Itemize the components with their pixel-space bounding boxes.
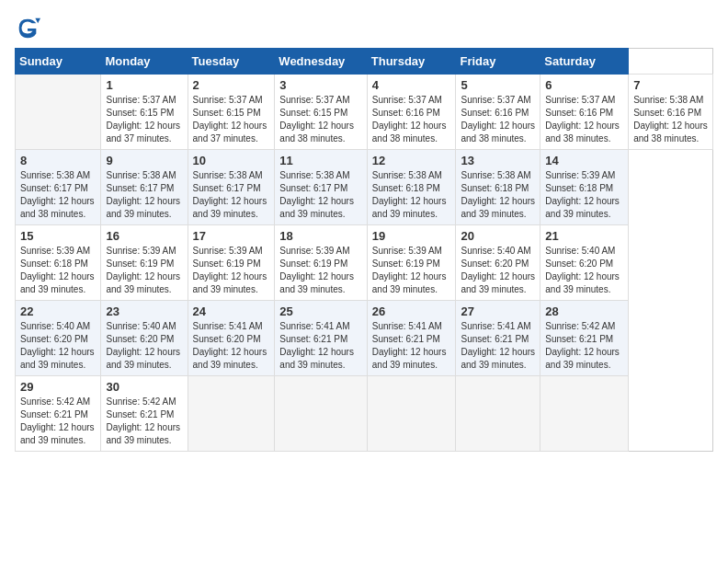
page-header [15,15,713,40]
day-cell-11: 11 Sunrise: 5:38 AMSunset: 6:17 PMDaylig… [275,150,367,225]
day-info: Sunrise: 5:40 AMSunset: 6:20 PMDaylight:… [545,246,620,294]
day-number: 2 [193,78,270,92]
weekday-header-wednesday: Wednesday [275,49,367,75]
day-cell-14: 14 Sunrise: 5:39 AMSunset: 6:18 PMDaylig… [540,150,629,225]
day-number: 13 [461,154,535,167]
weekday-header-thursday: Thursday [367,49,456,75]
day-number: 11 [279,154,361,167]
calendar-week-2: 8 Sunrise: 5:38 AMSunset: 6:17 PMDayligh… [16,150,713,225]
day-number: 4 [372,78,451,92]
day-cell-6: 6 Sunrise: 5:37 AMSunset: 6:16 PMDayligh… [540,75,629,150]
day-number: 29 [20,380,96,394]
day-info: Sunrise: 5:38 AMSunset: 6:16 PMDaylight:… [633,95,708,144]
day-cell-18: 18 Sunrise: 5:39 AMSunset: 6:19 PMDaylig… [275,225,367,301]
calendar-week-5: 29 Sunrise: 5:42 AMSunset: 6:21 PMDaylig… [16,376,713,452]
day-info: Sunrise: 5:38 AMSunset: 6:17 PMDaylight:… [279,170,354,219]
day-number: 24 [193,304,270,318]
day-cell-3: 3 Sunrise: 5:37 AMSunset: 6:15 PMDayligh… [275,75,367,150]
empty-cell [456,376,540,452]
day-info: Sunrise: 5:38 AMSunset: 6:18 PMDaylight:… [461,170,535,219]
day-cell-29: 29 Sunrise: 5:42 AMSunset: 6:21 PMDaylig… [16,376,101,452]
weekday-header-monday: Monday [101,49,188,75]
day-number: 8 [20,154,96,167]
day-number: 19 [372,229,451,243]
weekday-header-tuesday: Tuesday [188,49,275,75]
calendar-table: SundayMondayTuesdayWednesdayThursdayFrid… [15,48,713,452]
day-info: Sunrise: 5:39 AMSunset: 6:18 PMDaylight:… [20,246,95,294]
day-cell-19: 19 Sunrise: 5:39 AMSunset: 6:19 PMDaylig… [367,225,456,301]
day-number: 28 [545,304,623,318]
day-info: Sunrise: 5:38 AMSunset: 6:18 PMDaylight:… [372,170,447,219]
day-number: 21 [545,229,623,243]
day-number: 16 [106,229,182,243]
weekday-header-saturday: Saturday [540,49,629,75]
day-info: Sunrise: 5:40 AMSunset: 6:20 PMDaylight:… [461,246,535,294]
day-cell-12: 12 Sunrise: 5:38 AMSunset: 6:18 PMDaylig… [367,150,456,225]
empty-cell [16,75,101,150]
day-number: 17 [193,229,270,243]
day-number: 7 [633,78,708,92]
calendar-week-1: 1 Sunrise: 5:37 AMSunset: 6:15 PMDayligh… [16,75,713,150]
day-number: 22 [20,304,96,318]
day-info: Sunrise: 5:41 AMSunset: 6:20 PMDaylight:… [193,321,267,370]
day-info: Sunrise: 5:37 AMSunset: 6:15 PMDaylight:… [193,95,267,144]
weekday-header-sunday: Sunday [16,49,101,75]
day-number: 3 [279,78,361,92]
day-info: Sunrise: 5:37 AMSunset: 6:16 PMDaylight:… [372,95,447,144]
day-cell-17: 17 Sunrise: 5:39 AMSunset: 6:19 PMDaylig… [188,225,275,301]
day-number: 5 [461,78,535,92]
day-info: Sunrise: 5:37 AMSunset: 6:15 PMDaylight:… [279,95,354,144]
day-cell-28: 28 Sunrise: 5:42 AMSunset: 6:21 PMDaylig… [540,301,629,376]
day-info: Sunrise: 5:37 AMSunset: 6:15 PMDaylight:… [106,95,180,144]
day-info: Sunrise: 5:39 AMSunset: 6:19 PMDaylight:… [372,246,447,294]
day-cell-27: 27 Sunrise: 5:41 AMSunset: 6:21 PMDaylig… [456,301,540,376]
day-cell-22: 22 Sunrise: 5:40 AMSunset: 6:20 PMDaylig… [16,301,101,376]
day-info: Sunrise: 5:42 AMSunset: 6:21 PMDaylight:… [545,321,620,370]
day-number: 18 [279,229,361,243]
day-info: Sunrise: 5:41 AMSunset: 6:21 PMDaylight:… [461,321,535,370]
day-cell-25: 25 Sunrise: 5:41 AMSunset: 6:21 PMDaylig… [275,301,367,376]
day-cell-8: 8 Sunrise: 5:38 AMSunset: 6:17 PMDayligh… [16,150,101,225]
day-cell-10: 10 Sunrise: 5:38 AMSunset: 6:17 PMDaylig… [188,150,275,225]
calendar-week-4: 22 Sunrise: 5:40 AMSunset: 6:20 PMDaylig… [16,301,713,376]
day-number: 15 [20,229,96,243]
calendar-week-3: 15 Sunrise: 5:39 AMSunset: 6:18 PMDaylig… [16,225,713,301]
day-info: Sunrise: 5:39 AMSunset: 6:19 PMDaylight:… [106,246,180,294]
day-cell-7: 7 Sunrise: 5:38 AMSunset: 6:16 PMDayligh… [629,75,713,150]
day-cell-20: 20 Sunrise: 5:40 AMSunset: 6:20 PMDaylig… [456,225,540,301]
day-info: Sunrise: 5:41 AMSunset: 6:21 PMDaylight:… [372,321,447,370]
day-info: Sunrise: 5:37 AMSunset: 6:16 PMDaylight:… [461,95,535,144]
svg-marker-0 [35,18,40,24]
day-number: 10 [193,154,270,167]
logo-icon [15,15,40,40]
day-cell-21: 21 Sunrise: 5:40 AMSunset: 6:20 PMDaylig… [540,225,629,301]
day-number: 27 [461,304,535,318]
day-info: Sunrise: 5:37 AMSunset: 6:16 PMDaylight:… [545,95,620,144]
day-cell-9: 9 Sunrise: 5:38 AMSunset: 6:17 PMDayligh… [101,150,188,225]
empty-cell [275,376,367,452]
day-cell-15: 15 Sunrise: 5:39 AMSunset: 6:18 PMDaylig… [16,225,101,301]
day-number: 6 [545,78,623,92]
day-number: 26 [372,304,451,318]
day-cell-16: 16 Sunrise: 5:39 AMSunset: 6:19 PMDaylig… [101,225,188,301]
weekday-header-friday: Friday [456,49,540,75]
day-cell-30: 30 Sunrise: 5:42 AMSunset: 6:21 PMDaylig… [101,376,188,452]
day-info: Sunrise: 5:39 AMSunset: 6:18 PMDaylight:… [545,170,620,219]
day-info: Sunrise: 5:41 AMSunset: 6:21 PMDaylight:… [279,321,354,370]
day-number: 12 [372,154,451,167]
day-cell-13: 13 Sunrise: 5:38 AMSunset: 6:18 PMDaylig… [456,150,540,225]
day-info: Sunrise: 5:39 AMSunset: 6:19 PMDaylight:… [279,246,354,294]
day-number: 14 [545,154,623,167]
day-info: Sunrise: 5:38 AMSunset: 6:17 PMDaylight:… [193,170,267,219]
day-info: Sunrise: 5:42 AMSunset: 6:21 PMDaylight:… [106,396,180,445]
day-info: Sunrise: 5:38 AMSunset: 6:17 PMDaylight:… [20,170,95,219]
day-cell-26: 26 Sunrise: 5:41 AMSunset: 6:21 PMDaylig… [367,301,456,376]
day-cell-1: 1 Sunrise: 5:37 AMSunset: 6:15 PMDayligh… [101,75,188,150]
day-cell-5: 5 Sunrise: 5:37 AMSunset: 6:16 PMDayligh… [456,75,540,150]
day-number: 25 [279,304,361,318]
day-cell-23: 23 Sunrise: 5:40 AMSunset: 6:20 PMDaylig… [101,301,188,376]
day-number: 20 [461,229,535,243]
day-number: 9 [106,154,182,167]
empty-cell [540,376,629,452]
day-cell-2: 2 Sunrise: 5:37 AMSunset: 6:15 PMDayligh… [188,75,275,150]
